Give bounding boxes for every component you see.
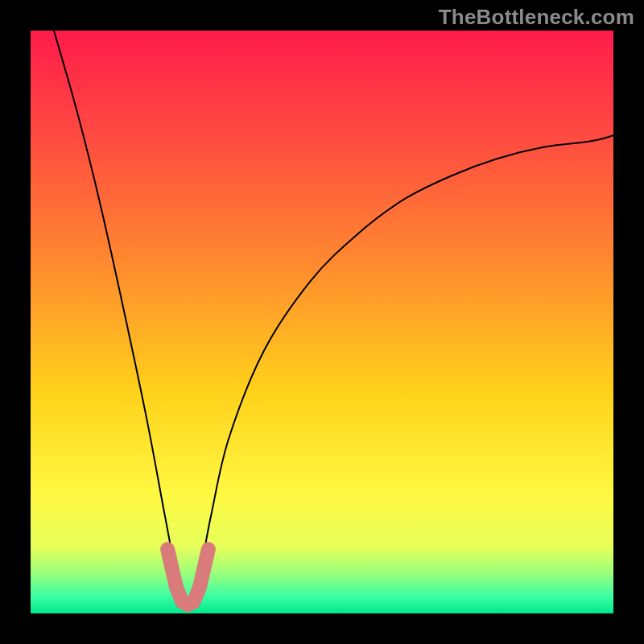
watermark-text: TheBottleneck.com xyxy=(439,5,634,30)
plot-background xyxy=(31,31,613,613)
chart-svg xyxy=(31,31,613,613)
outer-frame: TheBottleneck.com xyxy=(0,0,644,644)
